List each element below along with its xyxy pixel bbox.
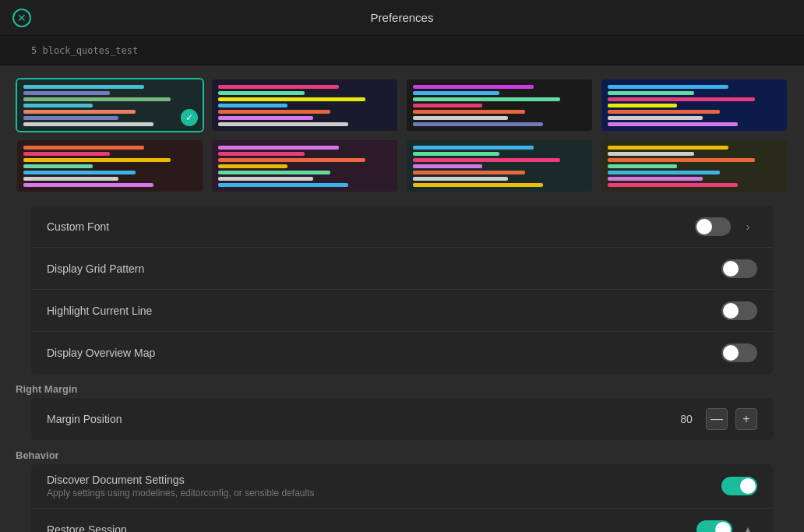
theme-code-line bbox=[23, 104, 93, 107]
display-grid-pattern-toggle-knob bbox=[723, 261, 739, 277]
theme-card-7[interactable] bbox=[405, 139, 594, 193]
theme-code-line bbox=[23, 171, 136, 174]
theme-code-line bbox=[23, 122, 153, 126]
highlight-current-line-controls bbox=[721, 301, 757, 320]
theme-code-line bbox=[218, 158, 365, 162]
highlight-current-line-label: Highlight Current Line bbox=[47, 305, 152, 317]
chevron-up-icon: ▲ bbox=[743, 524, 753, 532]
theme-code-line bbox=[608, 158, 755, 162]
right-margin-section-header: Right Margin bbox=[0, 374, 804, 398]
custom-font-chevron[interactable]: › bbox=[739, 217, 757, 236]
setting-row-highlight-current-line: Highlight Current Line bbox=[31, 290, 773, 332]
theme-code-line bbox=[413, 97, 560, 101]
discover-sublabel: Apply settings using modelines, editorco… bbox=[47, 488, 315, 499]
theme-code-line bbox=[218, 104, 287, 107]
theme-code-line bbox=[608, 91, 694, 95]
theme-code-line bbox=[413, 104, 482, 107]
restore-toggle[interactable] bbox=[696, 520, 732, 532]
theme-code-line bbox=[218, 85, 339, 89]
display-overview-map-controls bbox=[721, 344, 757, 362]
custom-font-toggle[interactable] bbox=[695, 217, 731, 236]
theme-code-line bbox=[413, 158, 560, 162]
theme-code-line bbox=[413, 171, 525, 174]
theme-code-line bbox=[413, 164, 482, 168]
theme-code-line bbox=[218, 116, 313, 120]
theme-code-line bbox=[413, 122, 543, 126]
discover-toggle-knob bbox=[740, 478, 756, 494]
theme-code-line bbox=[608, 177, 703, 181]
theme-code-line bbox=[413, 183, 543, 187]
theme-code-line bbox=[218, 183, 348, 187]
theme-code-line bbox=[23, 116, 118, 120]
setting-row-custom-font: Custom Font› bbox=[31, 206, 773, 248]
theme-code-line bbox=[23, 177, 118, 181]
behavior-section-header: Behavior bbox=[0, 440, 804, 464]
theme-code-line bbox=[608, 104, 677, 107]
restore-session-label: Restore Session bbox=[47, 523, 127, 532]
theme-code-line bbox=[413, 177, 508, 181]
theme-code-line bbox=[218, 97, 365, 101]
main-content: 5 block_quotes_test ✓ Custom Font›Displa… bbox=[0, 36, 804, 532]
margin-minus-button[interactable]: — bbox=[706, 408, 728, 430]
restore-session-row: Restore Session ▲ bbox=[31, 509, 773, 532]
discover-document-settings-row: Discover Document Settings Apply setting… bbox=[31, 464, 773, 509]
theme-code-line bbox=[23, 152, 110, 156]
theme-code-line bbox=[608, 171, 720, 174]
theme-card-5[interactable] bbox=[16, 139, 204, 193]
discover-toggle[interactable] bbox=[721, 477, 757, 495]
close-icon: ✕ bbox=[17, 12, 26, 24]
behavior-panel: Discover Document Settings Apply setting… bbox=[31, 464, 773, 532]
theme-code-line bbox=[413, 85, 534, 89]
display-overview-map-toggle-knob bbox=[723, 345, 739, 361]
theme-code-line bbox=[608, 146, 728, 150]
custom-font-label: Custom Font bbox=[47, 220, 109, 233]
close-button[interactable]: ✕ bbox=[12, 9, 31, 27]
theme-code-line bbox=[218, 164, 287, 168]
margin-position-label: Margin Position bbox=[47, 413, 122, 425]
theme-card-2[interactable] bbox=[210, 78, 399, 132]
theme-code-line bbox=[608, 110, 720, 114]
display-overview-map-toggle[interactable] bbox=[721, 344, 757, 362]
selected-check-badge: ✓ bbox=[181, 109, 198, 126]
theme-grid: ✓ bbox=[0, 65, 804, 206]
theme-code-line bbox=[218, 152, 305, 156]
custom-font-controls: › bbox=[695, 217, 757, 236]
theme-code-line bbox=[23, 183, 153, 187]
theme-code-line bbox=[608, 116, 703, 120]
theme-card-8[interactable] bbox=[600, 139, 788, 193]
restore-expand-button[interactable]: ▲ bbox=[739, 520, 757, 532]
margin-position-controls: 80 — + bbox=[675, 408, 757, 430]
custom-font-toggle-knob bbox=[696, 219, 712, 234]
settings-panel: Custom Font›Display Grid PatternHighligh… bbox=[31, 206, 773, 374]
theme-code-line bbox=[218, 122, 348, 126]
theme-code-line bbox=[23, 158, 171, 162]
window-title: Preferences bbox=[371, 11, 434, 24]
theme-code-line bbox=[608, 152, 694, 156]
highlight-current-line-toggle-knob bbox=[723, 303, 739, 319]
display-grid-pattern-toggle[interactable] bbox=[721, 259, 757, 278]
title-bar: ✕ Preferences bbox=[0, 0, 804, 36]
margin-plus-button[interactable]: + bbox=[735, 408, 757, 430]
restore-controls: ▲ bbox=[696, 520, 757, 532]
theme-code-line bbox=[218, 177, 313, 181]
theme-card-4[interactable] bbox=[600, 78, 788, 132]
theme-card-1[interactable]: ✓ bbox=[16, 78, 204, 132]
setting-row-display-grid-pattern: Display Grid Pattern bbox=[31, 248, 773, 290]
theme-code-line bbox=[413, 91, 499, 95]
theme-code-line bbox=[413, 146, 534, 150]
theme-code-line bbox=[413, 110, 525, 114]
restore-toggle-knob bbox=[715, 522, 731, 532]
theme-card-3[interactable] bbox=[405, 78, 594, 132]
code-preview-text: 5 block_quotes_test bbox=[31, 45, 138, 56]
theme-code-line bbox=[608, 183, 738, 187]
theme-card-6[interactable] bbox=[210, 139, 399, 193]
margin-value: 80 bbox=[675, 413, 698, 425]
theme-code-line bbox=[23, 97, 171, 101]
minus-icon: — bbox=[711, 412, 723, 426]
theme-code-line bbox=[608, 122, 738, 126]
theme-code-line bbox=[608, 85, 728, 89]
highlight-current-line-toggle[interactable] bbox=[721, 301, 757, 320]
theme-code-line bbox=[23, 110, 136, 114]
theme-code-line bbox=[23, 164, 93, 168]
theme-code-line bbox=[23, 146, 144, 150]
